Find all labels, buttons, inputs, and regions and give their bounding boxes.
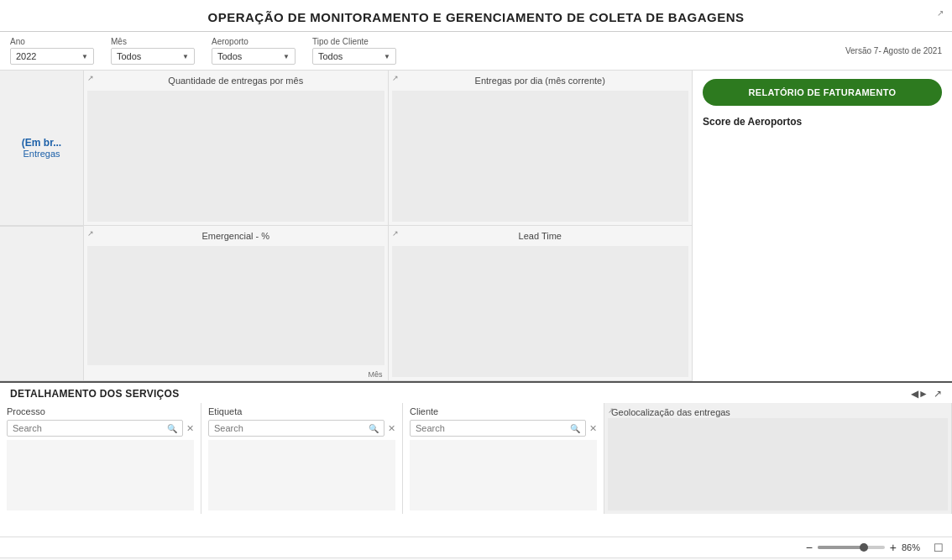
filter-processo-search-icon: 🔍 — [167, 424, 177, 433]
zoom-plus-btn[interactable]: + — [890, 541, 897, 554]
filter-aeroporto-value: Todos — [217, 51, 242, 61]
chart-lead-time-title: Lead Time — [389, 226, 693, 243]
chart-entregas-por-mes: ↗ Quantidade de entregas por mês — [84, 71, 389, 225]
filter-processo-search-row: 🔍 ✕ — [7, 420, 194, 437]
filter-etiqueta-search-row: 🔍 ✕ — [208, 420, 395, 437]
header-corner-icon[interactable]: ↗ — [937, 8, 944, 18]
bottom-body: Processo 🔍 ✕ Etiqueta 🔍 ✕ — [0, 403, 952, 514]
filter-bar: Ano 2022 ▼ Mês Todos ▼ Aeroporto Todos ▼… — [0, 32, 952, 71]
btn-relatorio[interactable]: RELATÓRIO DE FATURAMENTO — [703, 79, 942, 106]
filter-aeroporto-arrow: ▼ — [283, 53, 290, 60]
charts-area: ↗ Quantidade de entregas por mês ↗ Entre… — [84, 71, 692, 381]
chart-corner-3: ↗ — [87, 229, 94, 238]
filter-icon[interactable]: ◀► — [911, 388, 928, 400]
filter-tipo-cliente-label: Tipo de Cliente — [312, 37, 396, 46]
map-area: ↗ Geolocalização das entregas — [604, 403, 952, 514]
filter-mes-arrow: ▼ — [182, 53, 189, 60]
filter-ano-label: Ano — [10, 37, 94, 46]
filter-tipo-cliente-arrow: ▼ — [384, 53, 390, 60]
main-content: (Em br... Entregas ↗ Quantidade de entre… — [0, 71, 952, 381]
zoom-bar: − + 86% ☐ — [0, 536, 952, 557]
filter-processo-clear-icon[interactable]: ✕ — [186, 423, 194, 434]
filter-aeroporto-select[interactable]: Todos ▼ — [212, 48, 296, 65]
filter-etiqueta-search-icon: 🔍 — [369, 424, 379, 433]
filter-cliente-col: Cliente 🔍 ✕ — [403, 403, 604, 514]
filter-processo-data — [7, 440, 194, 510]
chart-emergencial-content — [87, 246, 384, 365]
zoom-expand-icon[interactable]: ☐ — [934, 542, 944, 554]
chart-emergencial-title: Emergencial - % — [84, 226, 388, 243]
chart-corner-4: ↗ — [392, 229, 399, 238]
filter-ano-select[interactable]: 2022 ▼ — [10, 48, 94, 65]
filter-cliente-data — [410, 440, 597, 510]
filter-cliente-clear-icon[interactable]: ✕ — [589, 423, 597, 434]
filter-ano: Ano 2022 ▼ — [10, 37, 94, 65]
charts-row-2: ↗ Emergencial - % Mês ↗ Lead Time — [84, 226, 692, 381]
filter-mes-value: Todos — [117, 51, 141, 61]
right-panel: RELATÓRIO DE FATURAMENTO Score de Aeropo… — [692, 71, 952, 381]
charts-row-1: ↗ Quantidade de entregas por mês ↗ Entre… — [84, 71, 692, 226]
zoom-minus-btn[interactable]: − — [806, 541, 813, 554]
zoom-slider-fill — [818, 546, 861, 549]
chart-entregas-por-mes-content — [87, 91, 384, 222]
filter-processo-label: Processo — [7, 406, 194, 416]
filter-etiqueta-label: Etiqueta — [208, 406, 395, 416]
bottom-title: DETALHAMENTO DOS SERVIÇOS — [10, 388, 180, 400]
filter-mes-select[interactable]: Todos ▼ — [111, 48, 195, 65]
bottom-icons-group: ◀► ↗ — [911, 388, 942, 400]
filter-etiqueta-col: Etiqueta 🔍 ✕ — [201, 403, 403, 514]
page-title: OPERAÇÃO DE MONITORAMENTO E GERENCIAMENT… — [207, 10, 744, 24]
filter-cliente-label: Cliente — [410, 406, 597, 416]
chart-lead-time: ↗ Lead Time — [389, 226, 693, 380]
filter-etiqueta-input[interactable] — [214, 423, 369, 433]
chart-corner-2: ↗ — [392, 74, 399, 82]
sidebar-kpi-top: (Em br... Entregas — [0, 71, 83, 226]
version-label: Versão 7- Agosto de 2021 — [845, 46, 942, 55]
filter-etiqueta-data — [208, 440, 395, 510]
left-sidebar: (Em br... Entregas — [0, 71, 84, 381]
chart-entregas-por-dia: ↗ Entregas por dia (mês corrente) — [389, 71, 693, 225]
filter-processo-search-wrap: 🔍 — [7, 420, 183, 437]
filter-ano-value: 2022 — [16, 51, 36, 61]
header: ↗ OPERAÇÃO DE MONITORAMENTO E GERENCIAME… — [0, 0, 952, 32]
chart-entregas-por-mes-title: Quantidade de entregas por mês — [84, 71, 388, 87]
filter-etiqueta-search-wrap: 🔍 — [208, 420, 384, 437]
chart-entregas-por-dia-title: Entregas por dia (mês corrente) — [389, 71, 693, 87]
score-aeroportos-label: Score de Aeroportos — [703, 116, 942, 128]
map-title: Geolocalização das entregas — [608, 404, 734, 421]
filter-etiqueta-clear-icon[interactable]: ✕ — [388, 423, 395, 434]
filter-tipo-cliente: Tipo de Cliente Todos ▼ — [312, 37, 396, 65]
filter-processo-input[interactable] — [13, 423, 167, 433]
bottom-header: DETALHAMENTO DOS SERVIÇOS ◀► ↗ — [0, 383, 952, 403]
chart-corner-1: ↗ — [87, 74, 94, 82]
bottom-section: DETALHAMENTO DOS SERVIÇOS ◀► ↗ Processo … — [0, 381, 952, 536]
filter-tipo-cliente-value: Todos — [318, 51, 343, 61]
zoom-thumb[interactable] — [860, 543, 868, 552]
zoom-slider-track[interactable] — [818, 546, 885, 549]
filter-processo-col: Processo 🔍 ✕ — [0, 403, 201, 514]
map-content — [608, 418, 948, 510]
sidebar-entregas: Entregas — [23, 149, 60, 159]
chart-lead-time-content — [392, 246, 689, 377]
filter-tipo-cliente-select[interactable]: Todos ▼ — [312, 48, 396, 65]
expand-icon[interactable]: ↗ — [934, 388, 942, 400]
filter-mes: Mês Todos ▼ — [111, 37, 195, 65]
filter-aeroporto-label: Aeroporto — [212, 37, 296, 46]
filter-cliente-search-row: 🔍 ✕ — [410, 420, 597, 437]
filter-aeroporto: Aeroporto Todos ▼ — [212, 37, 296, 65]
chart-entregas-por-dia-content — [392, 91, 689, 222]
chart-emergencial: ↗ Emergencial - % Mês — [84, 226, 389, 380]
chart-emergencial-bottom-label: Mês — [84, 369, 388, 380]
sidebar-kpi-middle — [0, 226, 83, 381]
filter-ano-arrow: ▼ — [81, 53, 88, 60]
zoom-value: 86% — [902, 542, 928, 552]
sidebar-em-br: (Em br... — [22, 137, 61, 149]
filter-mes-label: Mês — [111, 37, 195, 46]
filter-cliente-search-wrap: 🔍 — [410, 420, 586, 437]
filter-cliente-search-icon: 🔍 — [570, 424, 580, 433]
map-corner-icon: ↗ — [608, 406, 615, 415]
filter-cliente-input[interactable] — [416, 423, 570, 433]
